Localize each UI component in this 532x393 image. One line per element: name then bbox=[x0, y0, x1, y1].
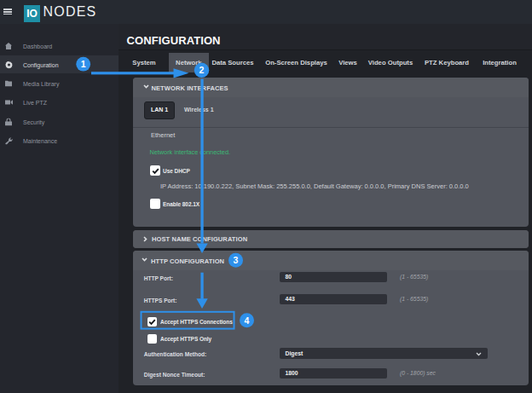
svg-text:3: 3 bbox=[234, 255, 239, 265]
svg-text:1: 1 bbox=[81, 59, 86, 69]
svg-text:2: 2 bbox=[200, 65, 205, 75]
svg-text:4: 4 bbox=[245, 315, 250, 326]
